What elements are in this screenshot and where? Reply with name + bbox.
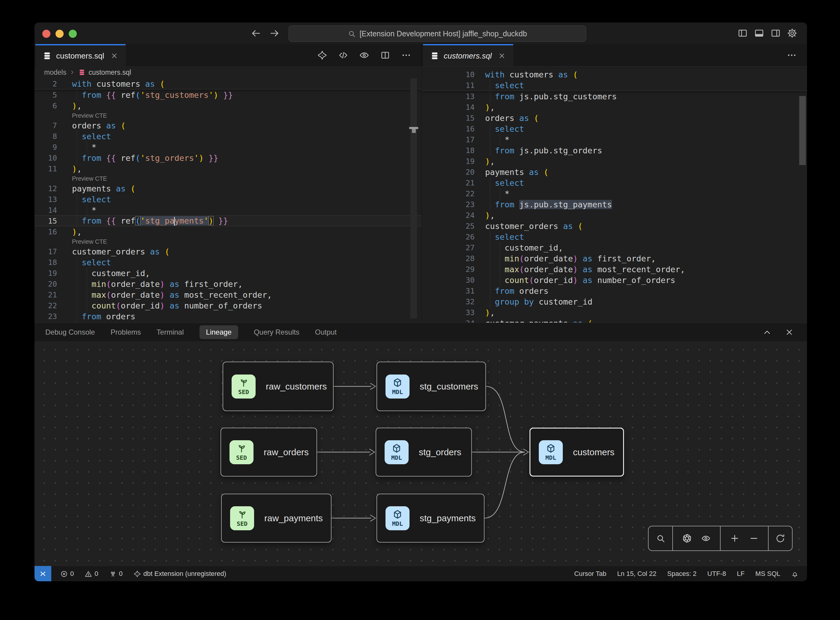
forward-icon[interactable] xyxy=(269,28,280,39)
status-item-0[interactable]: 0 xyxy=(84,570,98,578)
search-icon[interactable] xyxy=(656,534,666,543)
tab-customers-sql-right[interactable]: customers.sql xyxy=(423,44,513,66)
refresh-icon[interactable] xyxy=(775,534,785,543)
code-line[interactable]: 6), xyxy=(35,100,421,111)
code-line[interactable]: 24), xyxy=(422,210,807,221)
close-panel-icon[interactable] xyxy=(785,328,794,337)
code-line[interactable]: 20payments as ( xyxy=(422,167,807,178)
status-item-0[interactable]: 0 xyxy=(109,570,123,578)
plus-icon[interactable] xyxy=(730,534,739,543)
code-line[interactable]: 23 from orders xyxy=(35,311,421,322)
code-line[interactable]: 26 select xyxy=(422,232,807,242)
aperture-icon[interactable] xyxy=(682,534,692,543)
status-item-utf-8[interactable]: UTF-8 xyxy=(708,570,726,578)
status-item-dbt-extension-unregistered[interactable]: dbt Extension (unregistered) xyxy=(134,570,226,578)
panel-tab-problems[interactable]: Problems xyxy=(110,328,141,336)
command-center-search[interactable]: [Extension Development Host] jaffle_shop… xyxy=(289,26,586,42)
lineage-node-raw_customers[interactable]: SEDraw_customers xyxy=(222,362,334,411)
code-line[interactable]: 32 group by customer_id xyxy=(422,296,807,307)
status-item-lf[interactable]: LF xyxy=(737,570,745,578)
code-line[interactable]: 21 select xyxy=(422,178,807,188)
code-line[interactable]: 30 count(order_id) as number_of_orders xyxy=(422,275,807,285)
gear-icon[interactable] xyxy=(787,28,797,38)
code-line[interactable]: 17 * xyxy=(422,134,807,145)
close-tab-icon[interactable] xyxy=(498,52,506,60)
close-window-button[interactable] xyxy=(42,30,50,38)
code-line[interactable]: 10with customers as ( xyxy=(422,69,807,80)
status-item-ms-sql[interactable]: MS SQL xyxy=(756,570,780,578)
zoom-window-button[interactable] xyxy=(69,30,77,38)
code-line[interactable]: 21 max(order_date) as most_recent_order, xyxy=(35,289,421,300)
code-line[interactable]: 28 min(order_date) as first_order, xyxy=(422,253,807,264)
tab-customers-sql-left[interactable]: customers.sql xyxy=(35,44,126,66)
code-line[interactable]: 23 from js.pub.stg_payments xyxy=(422,199,807,210)
code-line[interactable]: 19 customer_id, xyxy=(35,268,421,278)
lineage-node-stg_customers[interactable]: MDLstg_customers xyxy=(377,362,486,411)
remote-indicator[interactable] xyxy=(35,566,51,581)
code-line[interactable]: 14), xyxy=(422,102,807,113)
status-item-cursor-tab[interactable]: Cursor Tab xyxy=(574,570,606,578)
code-line[interactable]: 13 from js.pub.stg_customers xyxy=(422,91,807,102)
eye-icon[interactable] xyxy=(359,50,369,60)
code-line[interactable]: 17customer_orders as ( xyxy=(35,246,421,257)
code-line[interactable]: 11 select xyxy=(422,80,807,90)
panel-tab-output[interactable]: Output xyxy=(315,328,337,336)
code-line[interactable]: 5 from {{ ref('stg_customers') }} xyxy=(35,89,421,100)
code-line[interactable]: 19), xyxy=(422,156,807,167)
code-line[interactable]: 10 from {{ ref('stg_orders') }} xyxy=(35,152,421,163)
lineage-node-customers[interactable]: MDLcustomers xyxy=(529,427,624,477)
code-line[interactable]: 2with customers as ( xyxy=(35,78,421,89)
close-tab-icon[interactable] xyxy=(110,52,118,60)
code-line[interactable]: 16 select xyxy=(422,123,807,134)
dbt-logo-icon[interactable] xyxy=(317,50,327,60)
panel-tab-lineage[interactable]: Lineage xyxy=(200,325,238,339)
code-line[interactable]: 13 select xyxy=(35,194,421,205)
editor-left[interactable]: 2with customers as (5 from {{ ref('stg_c… xyxy=(35,78,421,323)
minimize-window-button[interactable] xyxy=(56,30,64,38)
status-item-spaces-2[interactable]: Spaces: 2 xyxy=(667,570,697,578)
panel-tab-query-results[interactable]: Query Results xyxy=(254,328,299,336)
code-line[interactable]: 31 from orders xyxy=(422,285,807,296)
editor-right-scrollbar[interactable] xyxy=(799,96,806,165)
code-line[interactable]: 16), xyxy=(35,226,421,237)
bell-icon[interactable] xyxy=(791,570,799,578)
code-line[interactable]: 34customer_payments as ( xyxy=(422,318,807,323)
breadcrumb-file[interactable]: customers.sql xyxy=(89,68,131,77)
code-line[interactable]: 27 customer_id, xyxy=(422,242,807,253)
minus-icon[interactable] xyxy=(749,534,759,543)
code-line[interactable]: 33), xyxy=(422,307,807,318)
eye-icon[interactable] xyxy=(701,534,711,543)
code-line[interactable]: 25customer_orders as ( xyxy=(422,221,807,232)
code-lens-preview-cte[interactable]: Preview CTE xyxy=(72,238,107,245)
lineage-node-raw_orders[interactable]: SEDraw_orders xyxy=(221,427,317,477)
lineage-node-stg_orders[interactable]: MDLstg_orders xyxy=(376,427,472,477)
lineage-node-raw_payments[interactable]: SEDraw_payments xyxy=(221,494,332,543)
code-line[interactable]: 8 select xyxy=(35,131,421,141)
editor-right[interactable]: 10with customers as (11 select13 from js… xyxy=(422,67,807,323)
layout-sidebar-right-icon[interactable] xyxy=(770,28,781,38)
code-line[interactable]: 20 min(order_date) as first_order, xyxy=(35,278,421,289)
code-lens-preview-cte[interactable]: Preview CTE xyxy=(72,112,107,119)
ellipsis-icon[interactable] xyxy=(401,50,411,60)
layout-sidebar-left-icon[interactable] xyxy=(738,28,748,38)
code-line[interactable]: 12payments as ( xyxy=(35,183,421,194)
maximize-panel-icon[interactable] xyxy=(763,328,772,337)
code-line[interactable]: 14 * xyxy=(35,205,421,215)
layout-panel-icon[interactable] xyxy=(754,28,764,38)
code-line[interactable]: 18 from js.pub.stg_orders xyxy=(422,145,807,156)
back-icon[interactable] xyxy=(251,28,261,39)
code-line[interactable]: 15orders as ( xyxy=(422,113,807,123)
code-line[interactable]: 9 * xyxy=(35,141,421,152)
ellipsis-icon[interactable] xyxy=(787,50,797,60)
lineage-canvas[interactable]: SEDraw_customersMDLstg_customersSEDraw_o… xyxy=(35,341,807,566)
code-lens-preview-cte[interactable]: Preview CTE xyxy=(72,175,107,182)
code-line[interactable]: 15 from {{ ref('stg_payments') }} xyxy=(35,215,421,226)
status-item-ln-15-col-22[interactable]: Ln 15, Col 22 xyxy=(617,570,657,578)
code-line[interactable]: 29 max(order_date) as most_recent_order, xyxy=(422,264,807,275)
code-line[interactable]: 22 * xyxy=(422,188,807,199)
split-editor-icon[interactable] xyxy=(380,50,390,60)
code-line[interactable]: 11), xyxy=(35,163,421,174)
code-line[interactable]: 7orders as ( xyxy=(35,120,421,131)
code-line[interactable]: 22 count(order_id) as number_of_orders xyxy=(35,300,421,311)
breadcrumb-folder[interactable]: models xyxy=(44,68,66,77)
